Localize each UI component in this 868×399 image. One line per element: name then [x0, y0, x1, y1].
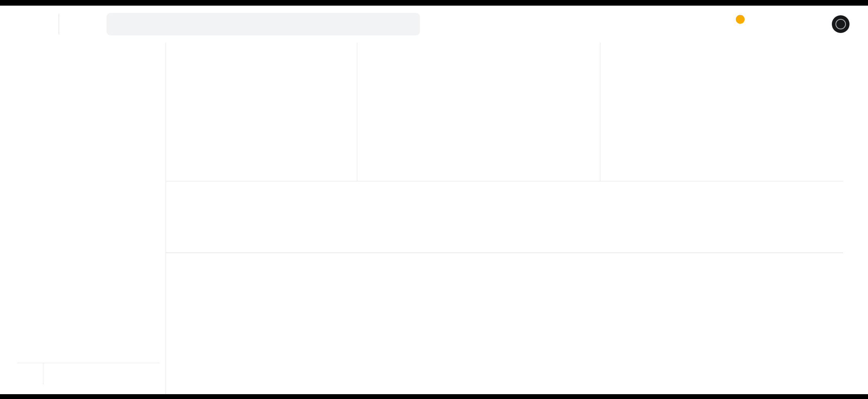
help-button[interactable] [780, 19, 792, 30]
channels-pie-chart[interactable] [178, 72, 264, 158]
avatar[interactable] [832, 15, 850, 33]
collapse-sidebar-button[interactable] [131, 370, 139, 378]
apps-grid-icon [755, 19, 766, 30]
sidebar [17, 43, 160, 394]
attribution-icon [35, 348, 44, 358]
users-card [357, 43, 600, 181]
legend-dot [378, 68, 383, 74]
analytics-app [17, 6, 851, 394]
property-selector[interactable] [70, 20, 81, 30]
letterbox-bottom [0, 394, 868, 399]
conversions-card [600, 43, 843, 181]
help-icon [780, 19, 792, 30]
account-block [70, 19, 81, 30]
analytics-logo-icon [23, 15, 42, 33]
screen [0, 0, 868, 399]
channels-table [166, 181, 843, 253]
main-content [166, 43, 843, 394]
app-header [17, 6, 851, 43]
analytics-logo[interactable] [17, 15, 47, 33]
notifications-button[interactable] [729, 19, 740, 30]
top-channels-card [166, 43, 357, 181]
letterbox-top [0, 0, 868, 6]
search-icon [115, 19, 126, 29]
users-legend [378, 68, 387, 74]
totals-row [166, 235, 843, 253]
sidebar-footer [17, 363, 160, 385]
search-bar[interactable] [106, 13, 420, 35]
legend-dot [621, 68, 626, 74]
overview-cards [166, 43, 843, 181]
header-divider [59, 14, 59, 35]
more-menu-button[interactable] [806, 19, 817, 30]
apps-grid-button[interactable] [755, 19, 766, 30]
table-header-row [166, 203, 843, 234]
search-input[interactable] [133, 20, 411, 29]
gear-icon [25, 369, 35, 379]
conversions-legend [621, 68, 631, 74]
admin-settings-button[interactable] [17, 363, 43, 385]
notification-badge [736, 15, 745, 24]
sidebar-item-attribution[interactable] [17, 343, 160, 363]
table-group-header-row [166, 188, 843, 203]
more-vertical-icon [806, 19, 817, 30]
sidebar-spacer [17, 43, 160, 343]
caret-down-icon [73, 22, 81, 30]
users-line-chart[interactable] [360, 76, 598, 169]
conversions-line-chart[interactable] [604, 76, 841, 169]
header-actions [729, 15, 851, 33]
